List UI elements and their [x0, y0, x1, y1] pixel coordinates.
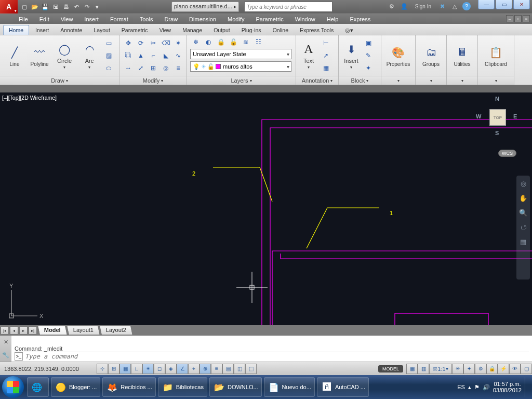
mdi-minimize[interactable]: –	[506, 15, 513, 22]
model-space-button[interactable]: MODEL	[378, 365, 403, 373]
coordinates-readout[interactable]: 1363.8022, 219.3149, 0.0000	[0, 366, 94, 372]
task-chrome[interactable]: 🟡Blogger: ...	[51, 377, 100, 397]
maximize-button[interactable]: ▭	[496, 0, 512, 9]
tab-insert[interactable]: Insert	[30, 25, 54, 35]
menu-express[interactable]: Express	[350, 16, 370, 22]
fillet-icon[interactable]: ⌐	[148, 50, 159, 61]
tab-annotate[interactable]: Annotate	[55, 25, 87, 35]
offset-icon[interactable]: ◎	[160, 62, 171, 74]
tab-home[interactable]: Home	[3, 25, 29, 35]
3dosnap-toggle[interactable]: ◈	[165, 364, 177, 374]
menu-dimension[interactable]: Dimension	[189, 16, 216, 22]
task-ie[interactable]: 🌐	[27, 377, 49, 397]
grid-toggle[interactable]: ▦	[119, 364, 131, 374]
tab-prev-icon[interactable]: ◂	[10, 326, 18, 335]
isolate-objects-icon[interactable]: 👁	[509, 364, 521, 374]
scale-icon[interactable]: ⤢	[135, 62, 147, 74]
quickview-drawings-icon[interactable]: ▥	[418, 364, 429, 374]
tab-layout[interactable]: Layout	[88, 25, 115, 35]
drawing-canvas[interactable]: 2 1 Y X TOP N S W E WCS ◎ ✋ 🔍 ⭯ ▦	[0, 92, 532, 325]
panel-block-title[interactable]: Block	[351, 77, 365, 84]
utilities-button[interactable]: 🖩Utilities	[451, 38, 474, 73]
layer-off-icon[interactable]: ◐	[203, 36, 214, 48]
line-button[interactable]: ╱Line	[3, 38, 26, 73]
rectangle-icon[interactable]: ▭	[103, 37, 114, 49]
properties-button[interactable]: 🎨Properties	[387, 38, 410, 73]
close-button[interactable]: ✕	[513, 0, 530, 9]
tray-flag-icon[interactable]: ⚑	[474, 384, 480, 391]
ortho-toggle[interactable]: ∟	[131, 364, 142, 374]
menu-view[interactable]: View	[61, 16, 73, 22]
qp-toggle[interactable]: ◫	[234, 364, 245, 374]
start-button[interactable]	[2, 376, 24, 398]
polar-toggle[interactable]: ✴	[142, 364, 154, 374]
orbit-icon[interactable]: ⭯	[518, 223, 528, 233]
chamfer-icon[interactable]: ◣	[160, 50, 171, 61]
stretch-icon[interactable]: ↔	[123, 62, 134, 74]
task-wordpad[interactable]: 📄Nuevo do...	[264, 377, 315, 397]
help-search-input[interactable]	[245, 2, 332, 11]
infer-toggle[interactable]: ⊹	[97, 364, 108, 374]
layout-tab-layout2[interactable]: Layout2	[99, 326, 133, 335]
cmd-options-icon[interactable]: 🔧	[2, 352, 9, 358]
command-prompt-icon[interactable]: >_	[15, 352, 23, 361]
ellipse-icon[interactable]: ⬭	[103, 62, 114, 74]
panel-draw-title[interactable]: Draw	[51, 77, 64, 84]
view-cube[interactable]: TOP N S W E	[477, 97, 518, 138]
text-button[interactable]: AText▾	[299, 38, 318, 73]
menu-draw[interactable]: Draw	[164, 16, 178, 22]
osnap-toggle[interactable]: ◻	[154, 364, 165, 374]
anno-autoscale-icon[interactable]: ✦	[463, 364, 475, 374]
explode-icon[interactable]: ✶	[172, 37, 184, 49]
menu-insert[interactable]: Insert	[84, 16, 99, 22]
wcs-badge[interactable]: WCS	[498, 150, 516, 157]
tab-expresstools[interactable]: Express Tools	[295, 25, 339, 35]
help-icon[interactable]: ?	[462, 2, 471, 10]
toolbar-lock-icon[interactable]: 🔒	[486, 364, 498, 374]
clipboard-button[interactable]: 📋Clipboard	[485, 38, 508, 73]
command-input[interactable]	[25, 353, 529, 360]
tab-first-icon[interactable]: |◂	[1, 326, 9, 335]
tray-show-hidden-icon[interactable]: ▴	[468, 384, 471, 391]
erase-icon[interactable]: ⌫	[160, 37, 171, 49]
viewport-label[interactable]: [–][Top][2D Wireframe]	[2, 95, 57, 101]
viewcube-n[interactable]: N	[495, 96, 499, 102]
otrack-toggle[interactable]: ∠	[177, 364, 188, 374]
mirror-icon[interactable]: ▲	[135, 50, 147, 61]
exchange-icon[interactable]: ✖	[437, 2, 447, 11]
viewcube-face[interactable]: TOP	[489, 109, 506, 126]
layer-current-combo[interactable]: 💡 ☀ 🔓 muros altos	[190, 61, 291, 72]
tab-parametric[interactable]: Parametric	[116, 25, 153, 35]
groups-button[interactable]: 🗂Groups	[420, 38, 443, 73]
dimension-icon[interactable]: ⊢	[320, 37, 331, 49]
signin-link[interactable]: Sign In	[415, 4, 431, 9]
redo-icon[interactable]: ↷	[82, 2, 91, 11]
zoom-icon[interactable]: 🔍	[518, 209, 528, 218]
menu-window[interactable]: Window	[295, 16, 315, 22]
panel-layers-title[interactable]: Layers	[231, 77, 248, 84]
tpy-toggle[interactable]: ▤	[222, 364, 234, 374]
arc-button[interactable]: ◠Arc▾	[78, 38, 101, 73]
workspace-switch-icon[interactable]: ⚙	[475, 364, 486, 374]
menu-modify[interactable]: Modify	[228, 16, 244, 22]
infocenter-icon[interactable]: ⚙	[387, 2, 396, 11]
saveas-icon[interactable]: 🖫	[51, 2, 60, 11]
tray-clock[interactable]: 01:57 p.m. 03/08/2012	[493, 381, 522, 393]
ducs-toggle[interactable]: ⌖	[188, 364, 200, 374]
circle-button[interactable]: ◯Circle▾	[53, 38, 76, 73]
pan-icon[interactable]: ✋	[518, 194, 528, 204]
layer-props-icon[interactable]: ☷	[252, 36, 264, 48]
create-block-icon[interactable]: ▣	[363, 37, 374, 49]
move-icon[interactable]: ✥	[123, 37, 134, 49]
minimize-button[interactable]: —	[478, 0, 495, 9]
clean-screen-icon[interactable]: ▢	[521, 364, 532, 374]
layout-tab-model[interactable]: Model	[37, 326, 68, 335]
trim-icon[interactable]: ✂	[148, 37, 159, 49]
layer-freeze-icon[interactable]: ❄	[190, 36, 202, 48]
rotate-icon[interactable]: ⟳	[135, 37, 147, 49]
undo-icon[interactable]: ↶	[72, 2, 81, 11]
plot-icon[interactable]: 🖶	[61, 2, 71, 11]
layer-state-combo[interactable]: Unsaved Layer State	[190, 49, 291, 59]
layout-tab-layout1[interactable]: Layout1	[66, 326, 100, 335]
layer-lock-icon[interactable]: 🔒	[215, 36, 227, 48]
